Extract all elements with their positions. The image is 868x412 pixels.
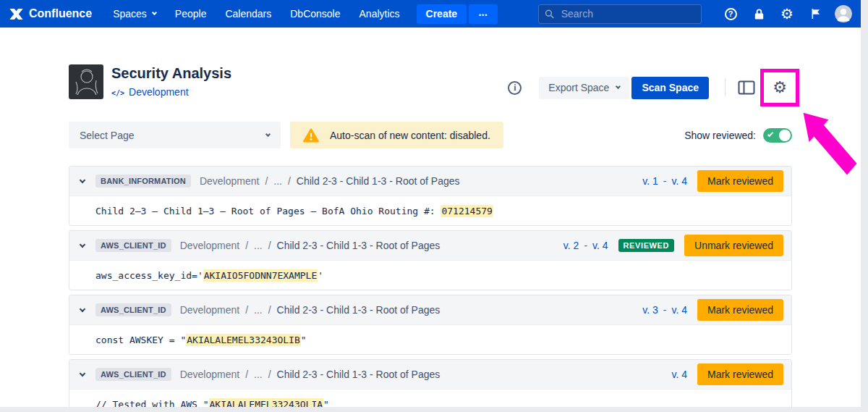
nav-calendars[interactable]: Calendars xyxy=(216,8,281,20)
settings-button[interactable] xyxy=(778,5,796,22)
help-button[interactable] xyxy=(722,5,739,22)
expand-chevron-icon[interactable] xyxy=(80,177,85,182)
breadcrumb-space[interactable]: Development xyxy=(180,304,240,316)
finding-header[interactable]: AWS_CLIENT_ID Development / ... / Child … xyxy=(69,295,791,324)
code-text: " xyxy=(301,335,307,345)
version-from-link[interactable]: v. 2 xyxy=(563,240,579,251)
version-to-link[interactable]: v. 4 xyxy=(592,240,608,251)
version-dash: - xyxy=(584,240,587,251)
expand-chevron-icon[interactable] xyxy=(80,241,85,247)
secret-highlight: 071214579 xyxy=(441,205,493,217)
export-space-label: Export Space xyxy=(548,82,609,93)
breadcrumb-separator: / xyxy=(268,304,271,316)
unmark-reviewed-button[interactable]: Unmark reviewed xyxy=(684,235,783,256)
breadcrumb-page[interactable]: Child 2-3 - Child 1-3 - Root of Pages xyxy=(277,304,441,316)
brand-name: Confluence xyxy=(29,7,92,20)
breadcrumb-separator: / xyxy=(245,240,248,251)
finding-type-badge: AWS_CLIENT_ID xyxy=(95,303,171,316)
findings-list: BANK_INFORMATION Development / ... / Chi… xyxy=(69,166,792,407)
version-dash: - xyxy=(663,304,667,316)
export-space-button[interactable]: Export Space xyxy=(539,77,629,99)
breadcrumb-space[interactable]: Development xyxy=(180,369,240,380)
breadcrumb-ellipsis[interactable]: ... xyxy=(254,369,263,380)
code-text: // Tested with AWS " xyxy=(95,399,209,408)
feedback-flag-button[interactable] xyxy=(807,5,824,22)
mark-reviewed-button[interactable]: Mark reviewed xyxy=(697,363,783,385)
version-from-link[interactable]: v. 3 xyxy=(642,304,658,316)
mark-reviewed-button[interactable]: Mark reviewed xyxy=(697,299,783,321)
show-reviewed-toggle[interactable] xyxy=(763,128,792,143)
space-header: Security Analysis Development Export Spa… xyxy=(69,64,792,105)
breadcrumb-separator: / xyxy=(288,175,291,187)
confluence-logo-icon xyxy=(9,7,24,22)
version-dash: - xyxy=(663,175,667,187)
search-icon xyxy=(545,9,555,20)
search-box[interactable] xyxy=(538,4,702,24)
user-menu-button[interactable] xyxy=(835,5,852,22)
nav-people[interactable]: People xyxy=(166,8,216,20)
lock-button[interactable] xyxy=(750,5,767,22)
confluence-window: Confluence Spaces People Calendars DbCon… xyxy=(0,0,861,407)
finding-type-badge: AWS_CLIENT_ID xyxy=(95,239,171,252)
space-link[interactable]: Development xyxy=(129,86,189,98)
nav-spaces[interactable]: Spaces xyxy=(103,8,166,20)
topbar-icons xyxy=(722,5,852,22)
sidebar-view-icon xyxy=(738,80,755,95)
help-icon xyxy=(725,8,737,20)
select-page-label: Select Page xyxy=(80,130,135,141)
version-to-link[interactable]: v. 4 xyxy=(671,175,687,187)
mark-reviewed-button[interactable]: Mark reviewed xyxy=(697,170,783,192)
search-input[interactable] xyxy=(560,7,696,20)
nav-spaces-label: Spaces xyxy=(113,8,147,20)
breadcrumb-separator: / xyxy=(265,175,268,187)
finding-header[interactable]: AWS_CLIENT_ID Development / ... / Child … xyxy=(69,231,791,260)
code-text: const AWSKEY = " xyxy=(95,335,186,345)
code-icon xyxy=(111,85,124,98)
page-title: Security Analysis xyxy=(111,64,231,82)
expand-chevron-icon[interactable] xyxy=(80,306,85,311)
code-text: Child 2–3 – Child 1–3 – Root of Pages – … xyxy=(95,206,441,216)
info-icon[interactable] xyxy=(508,81,522,95)
breadcrumb-ellipsis[interactable]: ... xyxy=(254,240,263,251)
breadcrumb-page[interactable]: Child 2-3 - Child 1-3 - Root of Pages xyxy=(297,175,460,187)
scan-space-button[interactable]: Scan Space xyxy=(631,77,709,99)
gear-icon xyxy=(780,7,793,22)
confluence-home-link[interactable]: Confluence xyxy=(9,7,92,22)
select-page-dropdown[interactable]: Select Page xyxy=(69,122,281,148)
warning-text: Auto-scan of new content: disabled. xyxy=(330,130,490,141)
primary-nav: Spaces People Calendars DbConsole Analyt… xyxy=(103,8,409,20)
panel-view-button[interactable] xyxy=(734,76,759,99)
chevron-down-icon xyxy=(152,10,157,15)
space-settings-button[interactable] xyxy=(767,76,792,99)
breadcrumb-separator: / xyxy=(245,304,248,316)
version-from-link[interactable]: v. 1 xyxy=(642,175,658,187)
finding-snippet: const AWSKEY = "AKIALALEMEL33243OLIB" xyxy=(69,324,791,354)
breadcrumb-page[interactable]: Child 2-3 - Child 1-3 - Root of Pages xyxy=(277,369,441,380)
secret-highlight: AKIALALEMEL33243OLIB xyxy=(186,334,301,346)
version-to-link[interactable]: v. 4 xyxy=(671,369,687,380)
finding-snippet: Child 2–3 – Child 1–3 – Root of Pages – … xyxy=(69,196,791,225)
breadcrumb-space[interactable]: Development xyxy=(200,175,260,187)
breadcrumb-space[interactable]: Development xyxy=(180,240,240,251)
nav-analytics[interactable]: Analytics xyxy=(350,8,409,20)
breadcrumb-page[interactable]: Child 2-3 - Child 1-3 - Root of Pages xyxy=(277,240,441,251)
create-button[interactable]: Create xyxy=(417,4,467,24)
expand-chevron-icon[interactable] xyxy=(80,370,85,376)
header-actions: Export Space Scan Space xyxy=(508,70,792,105)
top-navigation-bar: Confluence Spaces People Calendars DbCon… xyxy=(0,0,861,28)
finding-header[interactable]: AWS_CLIENT_ID Development / ... / Child … xyxy=(69,360,791,389)
finding-header[interactable]: BANK_INFORMATION Development / ... / Chi… xyxy=(69,167,791,196)
show-reviewed-label: Show reviewed: xyxy=(684,130,756,141)
breadcrumb-ellipsis[interactable]: ... xyxy=(254,304,263,316)
breadcrumb-separator: / xyxy=(268,369,271,380)
nav-dbconsole[interactable]: DbConsole xyxy=(281,8,349,20)
finding-card: AWS_CLIENT_ID Development / ... / Child … xyxy=(69,295,792,355)
finding-type-badge: AWS_CLIENT_ID xyxy=(95,368,171,381)
show-reviewed-control: Show reviewed: xyxy=(684,128,792,143)
finding-card: AWS_CLIENT_ID Development / ... / Child … xyxy=(69,230,792,290)
main-content: Security Analysis Development Export Spa… xyxy=(69,28,792,407)
more-button[interactable] xyxy=(469,4,498,24)
breadcrumb-ellipsis[interactable]: ... xyxy=(273,175,282,187)
finding-snippet: aws_access_key_id='AKIAIO5FODNN7EXAMPLE' xyxy=(69,260,791,290)
version-to-link[interactable]: v. 4 xyxy=(671,304,687,316)
